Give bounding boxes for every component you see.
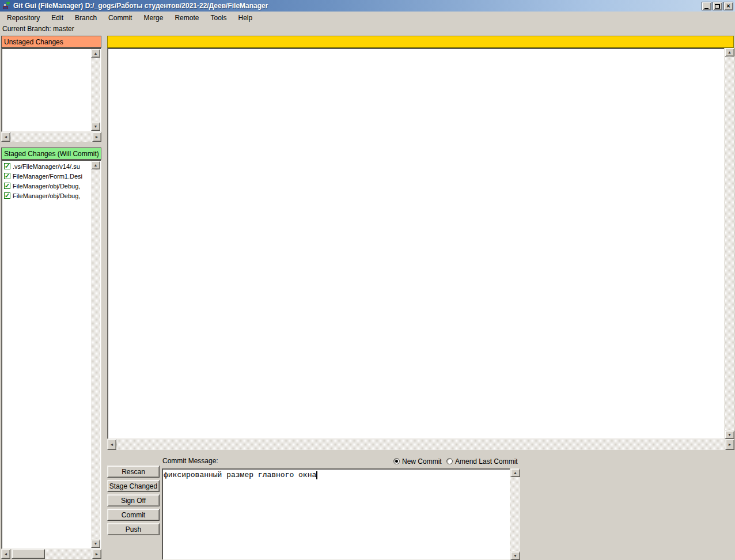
arrow-right-icon: ► <box>95 552 99 556</box>
arrow-left-icon: ◄ <box>4 552 8 556</box>
amend-last-commit-radio-label[interactable]: Amend Last Commit <box>455 457 518 466</box>
staged-checkbox-icon[interactable]: ✓ <box>4 183 10 189</box>
staged-checkbox-icon[interactable]: ✓ <box>4 163 10 169</box>
arrow-down-icon: ▼ <box>94 542 98 546</box>
restore-button[interactable] <box>713 2 722 10</box>
staged-file-row[interactable]: ✓ .vs/FileManager/v14/.su <box>3 161 90 171</box>
scrollbar-track[interactable] <box>725 56 734 430</box>
radio-dot <box>395 460 398 463</box>
scrollbar-track[interactable] <box>45 549 92 559</box>
scroll-up-button[interactable]: ▲ <box>725 48 734 56</box>
text-caret <box>316 471 317 479</box>
scrollbar-thumb[interactable] <box>12 549 45 559</box>
staged-file-name[interactable]: FileManager/obj/Debug, <box>13 192 80 199</box>
menu-item-help[interactable]: Help <box>232 13 258 23</box>
scroll-right-button[interactable]: ► <box>92 549 101 559</box>
staged-file-rows: ✓ .vs/FileManager/v14/.su ✓ FileManager/… <box>3 161 90 200</box>
unstaged-file-list[interactable]: ▲ ▼ <box>1 48 101 132</box>
menu-item-edit[interactable]: Edit <box>46 13 69 23</box>
scroll-down-button[interactable]: ▼ <box>510 551 520 560</box>
staged-file-name[interactable]: .vs/FileManager/v14/.su <box>13 163 80 170</box>
scroll-left-button[interactable]: ◄ <box>1 549 10 559</box>
unstaged-horizontal-scrollbar[interactable]: ◄ ► <box>1 132 101 142</box>
arrow-up-icon: ▲ <box>728 50 732 54</box>
scroll-left-button[interactable]: ◄ <box>1 132 10 142</box>
staged-file-list[interactable]: ✓ .vs/FileManager/v14/.su ✓ FileManager/… <box>1 160 101 549</box>
menu-item-commit[interactable]: Commit <box>103 13 138 23</box>
scrollbar-track[interactable] <box>116 439 725 450</box>
push-button[interactable]: Push <box>107 523 160 535</box>
scroll-right-button[interactable]: ► <box>725 439 734 450</box>
arrow-down-icon: ▼ <box>728 433 732 437</box>
rescan-button[interactable]: Rescan <box>107 466 160 478</box>
scrollbar-track[interactable] <box>91 58 100 122</box>
restore-icon <box>715 4 720 9</box>
new-commit-radio[interactable]: New Commit <box>393 457 442 466</box>
staged-file-name[interactable]: FileManager/obj/Debug, <box>13 183 80 190</box>
scrollbar-track[interactable] <box>91 169 100 539</box>
git-gui-app-icon <box>2 2 10 10</box>
staged-changes-header: Staged Changes (Will Commit) <box>1 147 101 160</box>
commit-message-label: Commit Message: <box>162 457 218 466</box>
arrow-right-icon: ► <box>95 135 99 139</box>
amend-last-commit-radio[interactable]: Amend Last Commit <box>446 457 518 466</box>
window-controls: × <box>702 2 733 10</box>
scroll-up-button[interactable]: ▲ <box>510 468 520 477</box>
current-branch-label: Current Branch: master <box>2 25 74 34</box>
close-icon: × <box>726 3 730 9</box>
window-title: Git Gui (FileManager) D:/_gogs/Работы ст… <box>13 2 268 10</box>
diff-header-bar <box>107 36 734 48</box>
diff-vertical-scrollbar[interactable]: ▲ ▼ <box>725 48 734 439</box>
scroll-down-button[interactable]: ▼ <box>91 539 100 548</box>
menu-item-merge[interactable]: Merge <box>138 13 169 23</box>
scrollbar-track[interactable] <box>10 132 92 142</box>
new-commit-radio-label[interactable]: New Commit <box>402 457 442 466</box>
unstaged-changes-header: Unstaged Changes <box>1 36 101 48</box>
unstaged-vertical-scrollbar[interactable]: ▲ ▼ <box>91 49 100 131</box>
radio-unselected-icon <box>446 458 453 464</box>
close-button[interactable]: × <box>723 2 733 10</box>
minimize-button[interactable] <box>702 2 711 10</box>
stage-changed-button[interactable]: Stage Changed <box>107 480 160 492</box>
commit-message-text: фиксированный размер главного окна <box>164 471 316 479</box>
commit-button[interactable]: Commit <box>107 509 160 521</box>
arrow-left-icon: ◄ <box>110 442 114 447</box>
scroll-right-button[interactable]: ► <box>92 132 101 142</box>
scrollbar-track[interactable] <box>510 477 520 551</box>
title-bar: Git Gui (FileManager) D:/_gogs/Работы ст… <box>0 0 735 12</box>
scroll-up-button[interactable]: ▲ <box>91 49 100 58</box>
arrow-right-icon: ► <box>728 442 732 447</box>
staged-file-row[interactable]: ✓ FileManager/obj/Debug, <box>3 191 90 200</box>
diff-text-area[interactable] <box>107 48 725 439</box>
scroll-down-button[interactable]: ▼ <box>91 122 100 131</box>
arrow-up-icon: ▲ <box>94 51 98 55</box>
staged-horizontal-scrollbar[interactable]: ◄ ► <box>1 549 101 559</box>
menu-item-remote[interactable]: Remote <box>169 13 204 23</box>
arrow-left-icon: ◄ <box>4 135 8 139</box>
menu-item-branch[interactable]: Branch <box>69 13 103 23</box>
menu-item-tools[interactable]: Tools <box>204 13 232 23</box>
arrow-up-icon: ▲ <box>513 471 517 475</box>
arrow-down-icon: ▼ <box>513 554 517 558</box>
scroll-up-button[interactable]: ▲ <box>91 161 100 169</box>
commit-message-vertical-scrollbar[interactable]: ▲ ▼ <box>510 468 520 560</box>
radio-selected-icon <box>393 458 400 464</box>
staged-file-row[interactable]: ✓ FileManager/Form1.Desi <box>3 171 90 181</box>
menu-bar: Repository Edit Branch Commit Merge Remo… <box>0 12 735 24</box>
staged-file-row[interactable]: ✓ FileManager/obj/Debug, <box>3 181 90 191</box>
arrow-up-icon: ▲ <box>94 163 98 167</box>
menu-item-repository[interactable]: Repository <box>1 13 46 23</box>
commit-message-input[interactable]: фиксированный размер главного окна <box>162 468 510 560</box>
scroll-down-button[interactable]: ▼ <box>725 430 734 439</box>
staged-vertical-scrollbar[interactable]: ▲ ▼ <box>91 161 100 548</box>
diff-horizontal-scrollbar[interactable]: ◄ ► <box>107 439 734 450</box>
staged-checkbox-icon[interactable]: ✓ <box>4 173 10 179</box>
minimize-icon <box>704 8 709 9</box>
sign-off-button[interactable]: Sign Off <box>107 494 160 506</box>
scroll-left-button[interactable]: ◄ <box>107 439 116 450</box>
arrow-down-icon: ▼ <box>94 124 98 128</box>
staged-checkbox-icon[interactable]: ✓ <box>4 192 10 199</box>
staged-file-name[interactable]: FileManager/Form1.Desi <box>13 173 82 180</box>
